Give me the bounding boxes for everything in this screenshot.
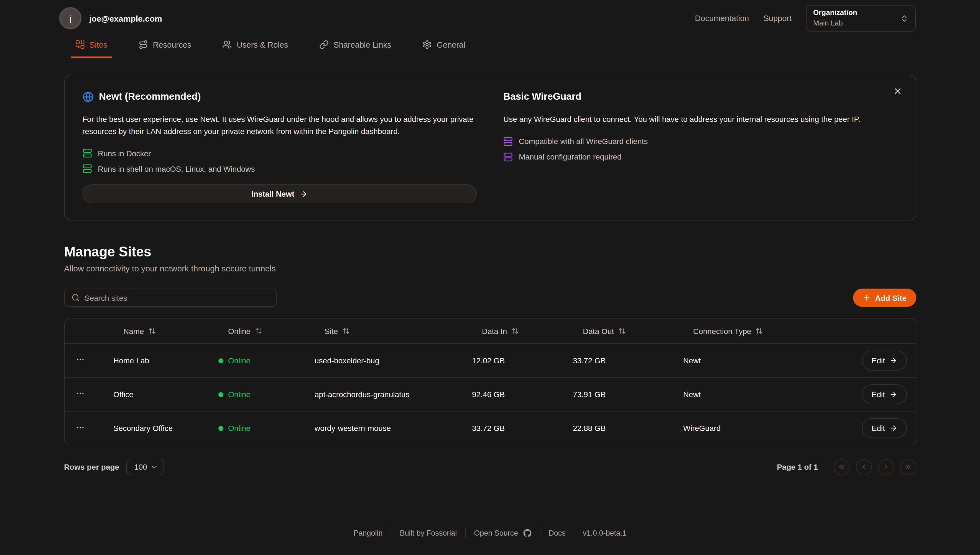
chevron-down-icon — [151, 464, 158, 471]
tab-users-roles[interactable]: Users & Roles — [218, 34, 292, 58]
chevron-left-icon — [860, 464, 867, 471]
cell-site: wordy-western-mouse — [315, 411, 472, 445]
arrow-right-icon — [889, 424, 897, 432]
first-page-button[interactable] — [834, 459, 850, 475]
plus-icon — [862, 294, 871, 302]
github-icon — [523, 529, 531, 537]
chevron-right-icon — [882, 464, 890, 471]
wireguard-description: Use any WireGuard client to connect. You… — [503, 114, 898, 125]
globe-icon — [82, 91, 93, 102]
row-menu-button[interactable] — [74, 421, 85, 436]
tab-bar: Sites Resources Users & Roles Shareable … — [0, 34, 980, 58]
wireguard-column: Basic WireGuard Use any WireGuard client… — [503, 91, 898, 204]
last-page-button[interactable] — [900, 459, 916, 475]
server-icon — [82, 149, 92, 158]
sort-header-name[interactable]: Name — [113, 327, 156, 335]
link-icon — [319, 40, 328, 49]
sort-icon — [511, 327, 518, 335]
online-dot-icon — [218, 426, 223, 431]
server-icon — [503, 136, 513, 146]
tab-general[interactable]: General — [418, 34, 470, 58]
newt-column: Newt (Recommended) For the best user exp… — [82, 91, 477, 204]
avatar[interactable]: j — [59, 7, 82, 29]
edit-button[interactable]: Edit — [862, 418, 906, 438]
sites-table: Name Online Site Data In Data Out Connec… — [64, 318, 916, 446]
close-icon — [893, 87, 902, 96]
footer-docs[interactable]: Docs — [549, 529, 566, 537]
edit-button[interactable]: Edit — [862, 384, 906, 404]
sort-icon — [255, 327, 262, 335]
rows-per-page-select[interactable]: 100 — [126, 459, 164, 475]
previous-page-button[interactable] — [856, 459, 872, 475]
row-menu-button[interactable] — [74, 353, 85, 368]
nav-support[interactable]: Support — [763, 14, 792, 23]
cell-name: Home Lab — [113, 344, 218, 377]
table-header-row: Name Online Site Data In Data Out Connec… — [64, 319, 916, 344]
organization-value: Main Lab — [813, 18, 857, 29]
cell-name: Secondary Office — [113, 411, 218, 445]
cell-data-in: 12.02 GB — [472, 344, 573, 377]
edit-button[interactable]: Edit — [862, 351, 906, 371]
top-bar: j joe@example.com Documentation Support … — [0, 0, 980, 34]
sort-header-connection-type[interactable]: Connection Type — [683, 327, 763, 335]
footer-divider — [540, 529, 540, 538]
sort-icon — [756, 327, 763, 335]
footer-open-source[interactable]: Open Source — [474, 529, 531, 537]
wireguard-title: Basic WireGuard — [503, 91, 581, 103]
status-badge: Online — [218, 424, 251, 433]
cell-site: apt-acrochordus-granulatus — [315, 377, 472, 411]
rows-per-page-label: Rows per page — [64, 463, 119, 472]
cell-data-in: 33.72 GB — [472, 411, 573, 445]
search-input[interactable] — [85, 294, 269, 302]
footer-built-by[interactable]: Built by Fossorial — [400, 529, 457, 537]
newt-feature: Runs in Docker — [82, 149, 477, 158]
tab-resources[interactable]: Resources — [134, 34, 196, 58]
server-icon — [503, 152, 513, 162]
install-newt-button[interactable]: Install Newt — [82, 185, 477, 204]
search-box — [64, 289, 276, 307]
sort-header-data-out[interactable]: Data Out — [573, 327, 626, 335]
add-site-button[interactable]: Add Site — [853, 289, 916, 307]
user-email: joe@example.com — [89, 14, 162, 23]
users-icon — [222, 40, 232, 49]
nav-documentation[interactable]: Documentation — [695, 14, 749, 23]
tab-label: Resources — [153, 40, 191, 49]
arrow-right-icon — [299, 190, 307, 198]
tab-shareable-links[interactable]: Shareable Links — [315, 34, 396, 58]
cell-name: Office — [113, 377, 218, 411]
next-page-button[interactable] — [878, 459, 894, 475]
server-icon — [82, 164, 92, 174]
cell-data-in: 92.46 GB — [472, 377, 573, 411]
add-site-label: Add Site — [875, 294, 906, 302]
cell-site: used-boxelder-bug — [315, 344, 472, 377]
page-status: Page 1 of 1 — [777, 463, 818, 472]
page-subtitle: Allow connectivity to your network throu… — [64, 264, 916, 273]
tab-sites[interactable]: Sites — [71, 34, 112, 58]
sort-icon — [148, 327, 156, 335]
cell-data-out: 73.91 GB — [573, 377, 683, 411]
user-menu[interactable]: j joe@example.com — [59, 7, 162, 29]
arrow-right-icon — [889, 390, 897, 398]
sort-header-site[interactable]: Site — [315, 327, 349, 335]
gear-icon — [422, 40, 431, 49]
cell-connection-type: WireGuard — [683, 411, 811, 445]
newt-title: Newt (Recommended) — [99, 91, 201, 103]
tab-label: General — [436, 40, 465, 49]
online-dot-icon — [218, 392, 223, 397]
feature-label: Compatible with all WireGuard clients — [519, 137, 648, 146]
newt-title-row: Newt (Recommended) — [82, 91, 477, 103]
route-icon — [138, 40, 148, 49]
organization-selector[interactable]: Organization Main Lab — [806, 5, 916, 32]
chevrons-right-icon — [904, 464, 912, 471]
newt-feature: Runs in shell on macOS, Linux, and Windo… — [82, 164, 477, 174]
sort-header-data-in[interactable]: Data In — [472, 327, 518, 335]
status-badge: Online — [218, 390, 251, 399]
row-menu-button[interactable] — [74, 387, 85, 402]
table-row: Home Lab Online used-boxelder-bug 12.02 … — [64, 344, 916, 377]
footer-divider — [574, 529, 574, 538]
sort-header-online[interactable]: Online — [218, 327, 262, 335]
online-dot-icon — [218, 358, 223, 363]
dismiss-onboarding-button[interactable] — [890, 84, 904, 100]
sort-icon — [618, 327, 626, 335]
wireguard-feature: Compatible with all WireGuard clients — [503, 136, 898, 146]
